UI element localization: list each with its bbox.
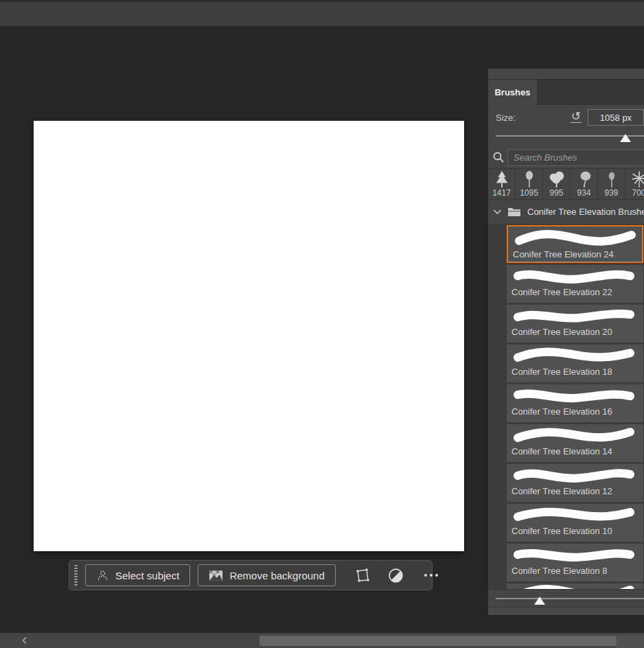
brush-label: Conifer Tree Elevation 10 [507,526,643,537]
contrast-icon[interactable] [388,566,404,584]
brush-preset[interactable]: 1095 [516,169,543,199]
brush-list-item[interactable]: Conifer Tree Elevation 8 [507,544,643,581]
brush-list-item[interactable]: Conifer Tree Elevation 22 [507,265,643,303]
brush-label: Conifer Tree Elevation 22 [507,287,643,298]
warp-icon[interactable] [354,566,370,584]
preset-size-label: 939 [604,188,618,198]
brush-stroke-preview [509,384,639,406]
brush-stroke-preview [511,227,640,249]
image-icon [209,570,223,581]
brush-list-item[interactable]: Conifer Tree Elevation 12 [507,464,643,502]
brush-stroke-preview [509,345,639,367]
preset-size-label: 1417 [492,188,511,198]
brush-stroke-preview [509,583,639,589]
brush-preset[interactable]: 995 [543,169,571,199]
preset-size-label: 995 [549,188,563,198]
panel-tab-bar: Brushes [488,80,644,105]
brush-label: Conifer Tree Elevation 20 [507,327,643,338]
preview-size-slider[interactable] [488,589,644,607]
tab-brushes[interactable]: Brushes [488,80,537,105]
folder-label: Conifer Tree Elevation Brushes [527,207,644,217]
brushes-panel: Brushes Size: ↺ 1058 px [488,69,644,615]
sparse-tree-icon [600,170,623,188]
panel-footer [488,607,644,615]
preset-size-label: 1095 [520,188,538,198]
panel-header-strip [488,69,644,80]
size-label: Size: [496,113,516,123]
thin-tree-icon [518,170,541,188]
brush-list-item[interactable]: Conifer Tree Elevation 24 [507,225,643,263]
preview-slider-track[interactable] [496,598,644,599]
spiky-tree-icon [628,170,644,188]
select-subject-label: Select subject [115,570,179,581]
horizontal-scrollbar[interactable] [0,633,644,648]
brush-preset[interactable]: 934 [571,169,598,199]
brush-label: Conifer Tree Elevation 8 [507,566,643,577]
brush-list-item-partial[interactable] [507,583,643,589]
scroll-left-icon[interactable] [19,635,30,646]
brush-size-row: Size: ↺ 1058 px [488,105,644,130]
brush-list-item[interactable]: Conifer Tree Elevation 18 [507,345,643,382]
brush-list-item[interactable]: Conifer Tree Elevation 20 [507,305,643,343]
brush-search-row [488,146,644,168]
scrollbar-thumb[interactable] [260,636,617,646]
preset-size-label: 934 [577,188,590,198]
size-slider[interactable] [488,130,644,146]
brush-folder-row[interactable]: Conifer Tree Elevation Brushes [488,200,644,224]
brush-label: Conifer Tree Elevation 14 [507,446,643,457]
brush-stroke-preview [509,504,639,526]
brush-list-item[interactable]: Conifer Tree Elevation 10 [507,504,643,542]
scrollbar-corner [617,635,644,648]
chevron-down-icon[interactable] [493,209,502,215]
brush-preset[interactable]: 700 [625,169,644,199]
brush-stroke-preview [509,464,639,486]
preset-size-label: 700 [632,188,644,198]
more-options-icon[interactable] [424,574,438,577]
brush-list-item[interactable]: Conifer Tree Elevation 16 [507,384,643,422]
select-subject-button[interactable]: Select subject [85,564,190,586]
brush-label: Conifer Tree Elevation 16 [507,406,643,417]
brush-stroke-preview [509,544,639,566]
person-icon [96,569,109,582]
search-input[interactable] [507,149,644,166]
preview-slider-thumb[interactable] [534,597,545,605]
remove-background-button[interactable]: Remove background [198,564,335,586]
brush-stroke-preview [509,305,639,327]
document-canvas[interactable] [34,121,464,551]
contextual-taskbar: Select subject Remove background [69,560,433,590]
brush-preset[interactable]: 1417 [488,169,516,199]
brush-stroke-preview [509,424,639,446]
brush-preset[interactable]: 939 [598,169,625,199]
brush-stroke-preview [509,265,639,287]
bushy-tree-icon [545,170,568,188]
brush-list-item[interactable]: Conifer Tree Elevation 14 [507,424,643,462]
size-slider-thumb[interactable] [620,134,631,142]
brush-label: Conifer Tree Elevation 12 [507,486,643,497]
brush-label: Conifer Tree Elevation 24 [508,249,642,260]
conifer-tree-icon [490,170,514,188]
remove-background-label: Remove background [229,570,324,581]
leaning-tree-icon [573,170,596,188]
app-window: Select subject Remove background [0,0,644,648]
reset-size-icon[interactable]: ↺ [571,112,582,123]
search-icon [492,151,505,163]
top-options-bar [0,0,644,26]
brush-list: Conifer Tree Elevation 24 Conifer Tree E… [488,224,644,589]
folder-icon [507,207,521,217]
taskbar-drag-handle[interactable] [74,565,78,586]
brush-label: Conifer Tree Elevation 18 [507,367,643,378]
size-value-field[interactable]: 1058 px [588,109,644,126]
brush-presets-row: 1417 1095 995 [488,168,644,200]
